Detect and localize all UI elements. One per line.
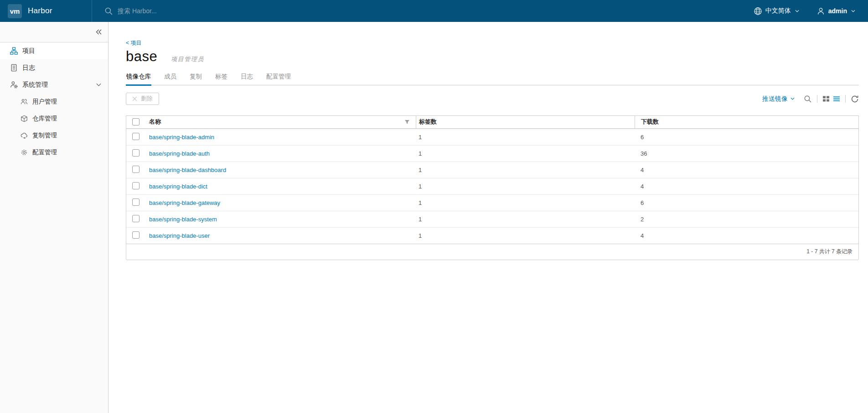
header-search xyxy=(104,7,754,16)
tab-configuration[interactable]: 配置管理 xyxy=(266,70,291,85)
column-header-name-label: 名称 xyxy=(149,118,161,126)
tab-logs[interactable]: 日志 xyxy=(240,70,253,85)
vmware-logo-text: vm xyxy=(10,7,20,15)
push-image-label: 推送镜像 xyxy=(762,95,788,103)
main-content: < 项目 base 项目管理员 镜像仓库 成员 复制 标签 日志 配置管理 删除… xyxy=(109,22,868,260)
role-badge: 项目管理员 xyxy=(171,55,204,63)
repositories-table: 名称 标签数 下载数 base/spring-blade-admin 1 6 b… xyxy=(126,115,859,260)
sidebar-item-label: 仓库管理 xyxy=(32,115,57,123)
push-image-button[interactable]: 推送镜像 xyxy=(762,95,795,103)
logs-icon xyxy=(10,64,18,72)
tab-replication[interactable]: 复制 xyxy=(189,70,202,85)
tags-count: 1 xyxy=(416,199,635,206)
user-menu[interactable]: admin xyxy=(816,7,855,16)
sidebar: 项目 日志 系统管理 xyxy=(0,22,108,413)
repo-link[interactable]: base/spring-blade-auth xyxy=(149,150,210,157)
repo-link[interactable]: base/spring-blade-user xyxy=(149,232,210,239)
tags-count: 1 xyxy=(416,183,635,190)
user-icon xyxy=(816,7,825,16)
select-all-checkbox[interactable] xyxy=(132,118,140,125)
sidebar-item-label: 复制管理 xyxy=(32,131,57,140)
record-count-label: 1 - 7 共计 7 条记录 xyxy=(806,248,852,256)
tab-members[interactable]: 成员 xyxy=(164,70,177,85)
chevron-down-icon xyxy=(96,83,101,87)
table-row: base/spring-blade-system 1 2 xyxy=(126,211,858,227)
username-label: admin xyxy=(828,7,847,15)
tags-count: 1 xyxy=(416,134,635,141)
sidebar-nav: 项目 日志 系统管理 xyxy=(0,42,108,161)
branding[interactable]: vm Harbor xyxy=(0,0,92,22)
row-checkbox[interactable] xyxy=(132,231,140,239)
sidebar-item-projects[interactable]: 项目 xyxy=(0,42,108,59)
column-header-name: 名称 xyxy=(149,116,416,128)
tab-bar: 镜像仓库 成员 复制 标签 日志 配置管理 xyxy=(126,70,859,85)
sidebar-item-logs[interactable]: 日志 xyxy=(0,59,108,76)
replication-cloud-icon xyxy=(21,132,28,139)
toolbar-divider xyxy=(817,95,817,103)
downloads-count: 4 xyxy=(635,183,858,190)
row-checkbox[interactable] xyxy=(132,199,140,206)
tags-count: 1 xyxy=(416,232,635,239)
toolbar-right: 推送镜像 xyxy=(762,95,859,103)
search-input[interactable] xyxy=(118,7,309,15)
tab-labels[interactable]: 标签 xyxy=(215,70,228,85)
sidebar-item-system-admin[interactable]: 系统管理 xyxy=(0,76,108,93)
sidebar-item-user-management[interactable]: 用户管理 xyxy=(0,93,108,110)
grid-view-button[interactable] xyxy=(822,95,830,102)
users-icon xyxy=(21,98,28,105)
refresh-button[interactable] xyxy=(851,95,859,103)
tags-count: 1 xyxy=(416,167,635,173)
table-row: base/spring-blade-dashboard 1 4 xyxy=(126,162,858,178)
sidebar-item-label: 系统管理 xyxy=(22,81,48,89)
sidebar-item-label: 项目 xyxy=(22,47,35,55)
repo-link[interactable]: base/spring-blade-dict xyxy=(149,183,207,190)
search-icon xyxy=(104,7,113,16)
column-header-downloads: 下载数 xyxy=(635,116,858,128)
header-divider xyxy=(92,0,92,22)
table-header-checkbox-cell xyxy=(126,116,149,128)
repo-link[interactable]: base/spring-blade-admin xyxy=(149,134,214,141)
list-view-button[interactable] xyxy=(833,95,840,102)
table-footer: 1 - 7 共计 7 条记录 xyxy=(126,244,858,260)
tags-count: 1 xyxy=(416,150,635,157)
table-row: base/spring-blade-dict 1 4 xyxy=(126,178,858,194)
table-header-row: 名称 标签数 下载数 xyxy=(126,116,858,129)
toolbar-divider xyxy=(845,95,846,103)
tab-repositories[interactable]: 镜像仓库 xyxy=(126,70,151,85)
app-title: Harbor xyxy=(28,6,52,16)
sidebar-item-registry-management[interactable]: 仓库管理 xyxy=(0,110,108,127)
sidebar-collapse-button[interactable] xyxy=(0,22,108,42)
row-checkbox[interactable] xyxy=(132,149,140,157)
filter-icon[interactable] xyxy=(404,120,410,125)
downloads-count: 4 xyxy=(635,167,858,173)
row-checkbox[interactable] xyxy=(132,166,140,173)
delete-button[interactable]: 删除 xyxy=(126,93,159,105)
registry-cube-icon xyxy=(21,115,28,122)
collapse-icon xyxy=(95,29,102,35)
toolbar: 删除 推送镜像 xyxy=(126,92,859,106)
language-selector[interactable]: 中文简体 xyxy=(754,7,799,16)
repo-link[interactable]: base/spring-blade-gateway xyxy=(149,199,220,206)
sidebar-item-label: 日志 xyxy=(22,64,35,72)
downloads-count: 6 xyxy=(635,134,858,141)
breadcrumb[interactable]: < 项目 xyxy=(126,39,141,47)
header-actions: 中文简体 admin xyxy=(754,7,868,16)
row-checkbox[interactable] xyxy=(132,133,140,140)
app-header: vm Harbor 中文简体 xyxy=(0,0,868,22)
system-admin-icon xyxy=(10,81,18,89)
downloads-count: 2 xyxy=(635,216,858,223)
downloads-count: 6 xyxy=(635,199,858,206)
chevron-down-icon xyxy=(795,10,799,13)
row-checkbox[interactable] xyxy=(132,182,140,189)
table-row: base/spring-blade-user 1 4 xyxy=(126,227,858,244)
page-title: base xyxy=(126,49,157,64)
row-checkbox[interactable] xyxy=(132,215,140,222)
repo-link[interactable]: base/spring-blade-system xyxy=(149,216,217,223)
sidebar-item-config-management[interactable]: 配置管理 xyxy=(0,144,108,161)
globe-icon xyxy=(754,7,762,16)
projects-icon xyxy=(10,47,18,55)
sidebar-item-replication-management[interactable]: 复制管理 xyxy=(0,127,108,144)
repo-link[interactable]: base/spring-blade-dashboard xyxy=(149,167,226,173)
sidebar-item-label: 用户管理 xyxy=(32,98,57,106)
search-repositories-button[interactable] xyxy=(804,95,812,103)
